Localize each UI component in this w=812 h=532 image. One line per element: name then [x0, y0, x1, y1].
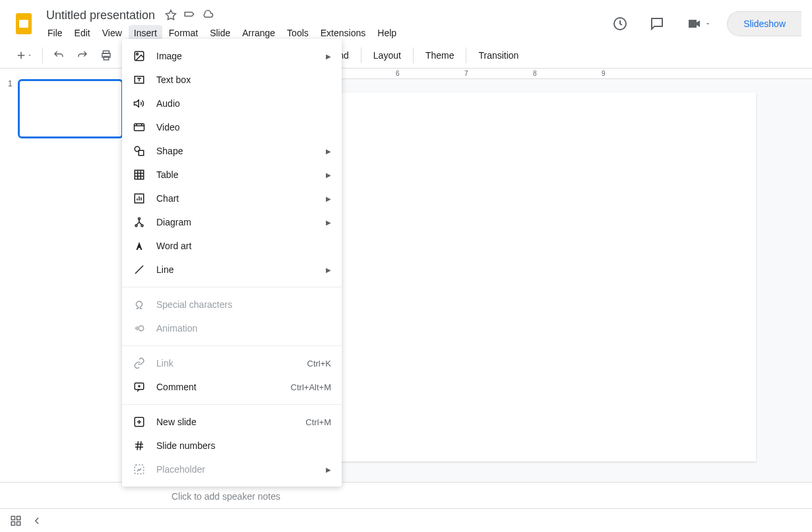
- slideshow-button[interactable]: Slideshow: [727, 11, 801, 36]
- grid-view-icon[interactable]: [8, 513, 24, 529]
- dropdown-item-placeholder: Placeholder▶: [122, 458, 342, 481]
- menu-arrange[interactable]: Arrange: [237, 25, 280, 41]
- diagram-icon: [133, 216, 146, 229]
- redo-button[interactable]: [72, 45, 93, 66]
- submenu-arrow-icon: ▶: [326, 266, 331, 274]
- submenu-arrow-icon: ▶: [326, 219, 331, 226]
- dropdown-label: Animation: [156, 323, 331, 334]
- doc-title[interactable]: Untitled presentation: [42, 7, 159, 24]
- motion-icon: [133, 322, 146, 335]
- layout-button[interactable]: Layout: [367, 47, 408, 63]
- dropdown-item-audio[interactable]: Audio: [122, 92, 342, 115]
- svg-rect-9: [135, 124, 144, 131]
- audio-icon: [133, 97, 146, 110]
- line-icon: [133, 263, 146, 276]
- dropdown-item-line[interactable]: Line▶: [122, 258, 342, 281]
- slide-panel: 1: [0, 69, 132, 482]
- svg-rect-23: [11, 521, 15, 525]
- dropdown-label: Image: [156, 51, 326, 61]
- menu-view[interactable]: View: [97, 25, 127, 41]
- collapse-icon[interactable]: [29, 513, 45, 529]
- placeholder-icon: [133, 463, 146, 476]
- submenu-arrow-icon: ▶: [326, 466, 331, 473]
- dropdown-label: Link: [156, 358, 307, 369]
- slides-logo[interactable]: [11, 11, 37, 37]
- wordart-icon: [133, 239, 146, 252]
- submenu-arrow-icon: ▶: [326, 53, 331, 60]
- dropdown-item-word-art[interactable]: Word art: [122, 234, 342, 258]
- theme-button[interactable]: Theme: [419, 47, 461, 63]
- svg-point-17: [139, 326, 144, 331]
- dropdown-item-shape[interactable]: Shape▶: [122, 139, 342, 163]
- move-icon[interactable]: [183, 9, 196, 22]
- dropdown-item-comment[interactable]: CommentCtrl+Alt+M: [122, 375, 342, 399]
- svg-rect-1: [19, 20, 28, 28]
- dropdown-label: Word art: [156, 241, 331, 251]
- dropdown-label: Line: [156, 264, 326, 275]
- submenu-arrow-icon: ▶: [326, 195, 331, 202]
- menu-insert[interactable]: Insert: [129, 25, 162, 41]
- svg-point-7: [137, 53, 139, 55]
- dropdown-item-new-slide[interactable]: New slideCtrl+M: [122, 410, 342, 434]
- cloud-icon[interactable]: [201, 9, 214, 22]
- transition-button[interactable]: Transition: [472, 47, 525, 63]
- table-icon: [133, 168, 146, 181]
- dropdown-label: Text box: [156, 74, 331, 85]
- dropdown-label: Audio: [156, 98, 331, 109]
- menu-bar: File Edit View Insert Format Slide Arran…: [42, 25, 607, 41]
- dropdown-label: Slide numbers: [156, 440, 331, 451]
- dropdown-label: New slide: [156, 417, 305, 427]
- menu-edit[interactable]: Edit: [69, 25, 96, 41]
- new-slide-button[interactable]: [11, 45, 37, 66]
- svg-point-16: [141, 225, 143, 227]
- star-icon[interactable]: [164, 9, 177, 22]
- svg-point-14: [139, 218, 141, 220]
- dropdown-item-text-box[interactable]: Text box: [122, 68, 342, 92]
- dropdown-label: Table: [156, 169, 326, 180]
- dropdown-label: Placeholder: [156, 464, 326, 475]
- dropdown-label: Comment: [156, 382, 291, 392]
- undo-button[interactable]: [48, 45, 69, 66]
- submenu-arrow-icon: ▶: [326, 171, 331, 179]
- menu-extensions[interactable]: Extensions: [315, 25, 371, 41]
- dropdown-label: Special characters: [156, 299, 331, 310]
- menu-file[interactable]: File: [42, 25, 68, 41]
- dropdown-item-animation: Animation: [122, 316, 342, 340]
- dropdown-item-chart[interactable]: Chart▶: [122, 187, 342, 210]
- notes-placeholder: Click to add speaker notes: [172, 491, 280, 502]
- separator: [361, 47, 361, 63]
- comment-icon: [133, 380, 146, 394]
- menu-tools[interactable]: Tools: [282, 25, 314, 41]
- dropdown-item-slide-numbers[interactable]: Slide numbers: [122, 434, 342, 458]
- separator: [42, 47, 43, 63]
- separator: [122, 345, 342, 346]
- history-icon[interactable]: [607, 11, 633, 37]
- shortcut-label: Ctrl+K: [307, 359, 331, 369]
- image-icon: [133, 49, 146, 63]
- ruler-mark: 8: [533, 70, 537, 77]
- dropdown-label: Shape: [156, 146, 326, 156]
- svg-point-15: [135, 225, 137, 227]
- menu-slide[interactable]: Slide: [204, 25, 235, 41]
- dropdown-item-image[interactable]: Image▶: [122, 44, 342, 68]
- separator: [122, 287, 342, 287]
- menu-help[interactable]: Help: [372, 25, 402, 41]
- print-button[interactable]: [96, 45, 117, 66]
- menu-format[interactable]: Format: [164, 25, 203, 41]
- comments-icon[interactable]: [644, 11, 670, 37]
- textbox-icon: [133, 73, 146, 86]
- svg-rect-21: [11, 516, 15, 519]
- submenu-arrow-icon: ▶: [326, 148, 331, 155]
- dropdown-item-diagram[interactable]: Diagram▶: [122, 210, 342, 234]
- shortcut-label: Ctrl+Alt+M: [291, 382, 331, 392]
- slide-thumbnail[interactable]: [18, 79, 123, 138]
- dropdown-item-table[interactable]: Table▶: [122, 163, 342, 187]
- present-camera-button[interactable]: [681, 12, 716, 36]
- link-icon: [133, 357, 146, 370]
- speaker-notes[interactable]: Click to add speaker notes: [0, 482, 812, 508]
- dropdown-item-video[interactable]: Video: [122, 115, 342, 139]
- separator: [466, 47, 466, 63]
- separator: [413, 47, 414, 63]
- insert-dropdown: Image▶Text boxAudioVideoShape▶Table▶Char…: [122, 39, 342, 487]
- ruler-mark: 6: [396, 70, 400, 77]
